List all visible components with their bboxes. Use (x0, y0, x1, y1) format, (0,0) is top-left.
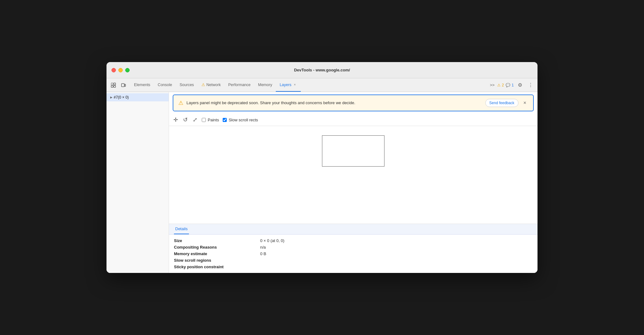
layers-main-panel: ⚠ Layers panel might be deprecated soon.… (169, 92, 537, 273)
svg-rect-4 (121, 84, 124, 87)
layers-toolbar: ✛ ↺ ⤢ Paints Slow scroll rects (169, 114, 537, 126)
titlebar: DevTools - www.google.com/ (107, 62, 537, 78)
tab-performance[interactable]: Performance (225, 78, 255, 92)
more-icon: ⋮ (528, 82, 533, 88)
tab-icon-buttons (109, 81, 128, 90)
sidebar-item-layer1[interactable]: ▶ #7(0 × 0) (107, 93, 169, 101)
paints-checkbox[interactable] (202, 118, 206, 122)
size-label: Size (174, 238, 255, 243)
slow-scroll-regions-label: Slow scroll regions (174, 258, 255, 263)
banner-close-button[interactable]: × (522, 100, 528, 106)
svg-rect-5 (125, 84, 126, 86)
details-content: Size 0 × 0 (at 0, 0) Compositing Reasons… (169, 235, 537, 273)
resize-tool-button[interactable]: ⤢ (192, 116, 198, 124)
svg-rect-3 (114, 85, 116, 87)
tab-console[interactable]: Console (154, 78, 176, 92)
send-feedback-button[interactable]: Send feedback (485, 99, 518, 107)
svg-rect-1 (114, 83, 116, 85)
settings-button[interactable]: ⚙ (516, 81, 524, 90)
device-toolbar-button[interactable] (119, 81, 128, 90)
deprecation-banner: ⚠ Layers panel might be deprecated soon.… (173, 95, 534, 111)
tab-sources[interactable]: Sources (176, 78, 198, 92)
compositing-value: n/a (260, 245, 533, 250)
devtools-tabbar: Elements Console Sources ⚠ Network Perfo… (107, 78, 537, 92)
tabs-right-actions: ⚠ 2 💬 1 ⚙ ⋮ (497, 81, 535, 90)
devtools-window: DevTools - www.google.com/ El (107, 62, 537, 273)
paints-label[interactable]: Paints (208, 118, 219, 122)
details-tabs: Details (169, 224, 537, 235)
devtools-body: ▶ #7(0 × 0) ⚠ Layers panel might be depr… (107, 92, 537, 273)
memory-label: Memory estimate (174, 251, 255, 256)
slow-scroll-checkbox[interactable] (223, 118, 227, 122)
maximize-button[interactable] (125, 68, 130, 72)
gear-icon: ⚙ (518, 82, 522, 88)
arrow-icon: ▶ (110, 96, 112, 99)
more-button[interactable]: ⋮ (526, 81, 535, 90)
sticky-position-value (260, 265, 533, 269)
layers-canvas[interactable] (169, 126, 537, 224)
compositing-label: Compositing Reasons (174, 245, 255, 250)
slow-scroll-label[interactable]: Slow scroll rects (229, 118, 258, 122)
details-section: Details Size 0 × 0 (at 0, 0) Compositing… (169, 224, 537, 273)
layer-visual-box (322, 135, 384, 167)
inspect-element-button[interactable] (109, 81, 118, 90)
minimize-button[interactable] (118, 68, 123, 72)
tab-layers-close[interactable]: × (293, 83, 297, 87)
close-button[interactable] (111, 68, 116, 72)
memory-value: 0 B (260, 251, 533, 256)
banner-message: Layers panel might be deprecated soon. S… (186, 100, 482, 106)
sticky-position-label: Sticky position constraint (174, 265, 255, 269)
layers-sidebar: ▶ #7(0 × 0) (107, 92, 169, 273)
tabs-list: Elements Console Sources ⚠ Network Perfo… (130, 78, 487, 92)
slow-scroll-regions-value (260, 258, 533, 263)
tab-network[interactable]: ⚠ Network (198, 78, 225, 92)
rotate-tool-button[interactable]: ↺ (182, 116, 188, 124)
info-badge[interactable]: 💬 1 (506, 83, 514, 87)
details-tab[interactable]: Details (174, 224, 189, 234)
tab-layers[interactable]: Layers × (276, 78, 301, 92)
tab-memory[interactable]: Memory (254, 78, 276, 92)
sidebar-item-label: #7(0 × 0) (114, 95, 129, 100)
tabs-overflow-button[interactable]: >> (487, 83, 497, 87)
svg-rect-2 (111, 85, 113, 87)
warnings-badge[interactable]: ⚠ 2 (497, 83, 504, 87)
tab-elements[interactable]: Elements (130, 78, 154, 92)
traffic-lights (111, 68, 130, 72)
paints-checkbox-group: Paints (202, 118, 219, 122)
size-value: 0 × 0 (at 0, 0) (260, 238, 533, 243)
slow-scroll-checkbox-group: Slow scroll rects (223, 118, 258, 122)
warning-icon: ⚠ (497, 83, 501, 87)
svg-rect-0 (111, 83, 113, 85)
window-title: DevTools - www.google.com/ (294, 68, 350, 72)
banner-warning-icon: ⚠ (178, 100, 183, 106)
move-tool-button[interactable]: ✛ (173, 116, 179, 124)
chat-icon: 💬 (506, 83, 510, 87)
network-warning-icon: ⚠ (201, 82, 205, 87)
